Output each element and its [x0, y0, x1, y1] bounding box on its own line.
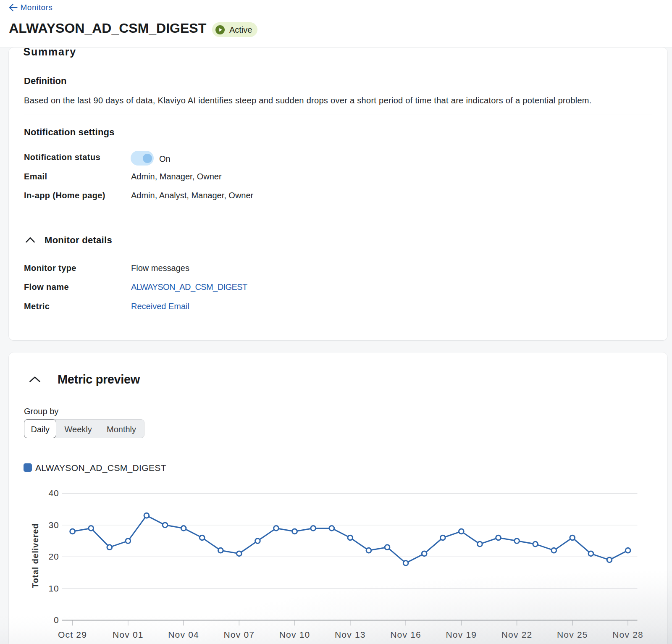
- svg-text:Total delivered: Total delivered: [31, 523, 40, 588]
- svg-text:40: 40: [49, 488, 59, 498]
- svg-text:20: 20: [49, 552, 59, 561]
- svg-text:10: 10: [49, 584, 59, 593]
- svg-text:30: 30: [49, 520, 59, 530]
